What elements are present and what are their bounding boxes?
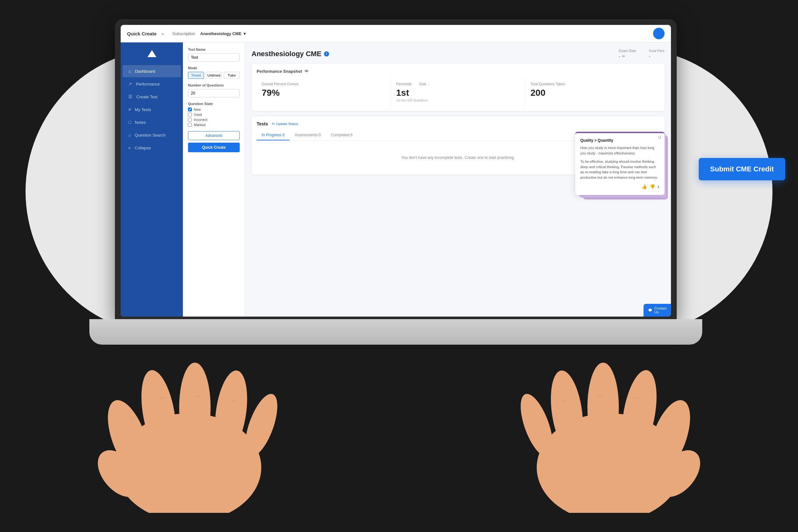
metric-percentile: Percentile Goal - 1st 1st last 100 Quest…: [391, 78, 526, 106]
exam-date-edit-icon[interactable]: ✏: [622, 54, 625, 58]
metric-percent-correct: Overall Percent Correct 79%: [256, 78, 391, 106]
scene: Submit CME Credit Quick Create « Subscri…: [0, 0, 798, 532]
tip-body-2: To be effective, studying should involve…: [580, 159, 660, 180]
sidebar-logo: [121, 46, 183, 62]
question-search-icon: ⌕: [128, 132, 131, 137]
exam-date-field: Exam Date - ✏: [619, 49, 636, 59]
tab-assessments[interactable]: Assessments 0: [289, 130, 326, 140]
info-icon[interactable]: i: [324, 51, 329, 56]
snapshot-title-text: Performance Snapshot: [256, 69, 302, 74]
dashboard-header: Anesthesiology CME i Exam Date - ✏: [251, 49, 665, 59]
snapshot-metrics: Overall Percent Correct 79% Percentile G…: [256, 78, 660, 106]
state-incorrect-checkbox[interactable]: [188, 118, 192, 121]
topbar-subscription-select[interactable]: Anesthesiology CME ▾: [200, 31, 245, 36]
mode-untimed-btn[interactable]: Untimed: [206, 72, 222, 79]
metric-percentile-label-text: Percentile: [396, 82, 412, 86]
exam-date-value: -: [619, 54, 620, 59]
create-test-icon: ☰: [128, 94, 132, 99]
tip-body-1: How you study is more important than how…: [580, 145, 660, 156]
topbar-subscription-label: Subscription: [172, 31, 195, 36]
sidebar-item-notes[interactable]: □ Notes: [122, 116, 181, 128]
sidebar-item-my-tests[interactable]: ≡ My Tests: [122, 103, 181, 116]
sidebar: ⌂ Dashboard ↗ Performance ☰ Create Test: [121, 42, 183, 317]
state-new-checkbox[interactable]: [188, 108, 192, 111]
state-incorrect-item[interactable]: Incorrect: [188, 118, 240, 121]
tip-next-icon[interactable]: ›: [658, 183, 660, 190]
sidebar-item-question-search-label: Question Search: [135, 133, 166, 137]
dashboard-title: Anesthesiology CME i: [251, 50, 329, 58]
snapshot-title: Performance Snapshot 👁: [256, 69, 660, 74]
exam-date-label: Exam Date: [619, 49, 636, 53]
update-status-button[interactable]: ↻ Update Status: [272, 122, 299, 126]
metric-percentile-value: 1st: [396, 88, 520, 98]
tests-title: Tests: [256, 121, 268, 126]
laptop: Quick Create « Subscription Anesthesiolo…: [89, 19, 709, 434]
hide-eye-icon[interactable]: 👁: [305, 69, 309, 74]
tests-header: Tests ↻ Update Status: [256, 121, 660, 126]
dropdown-icon: ▾: [244, 31, 246, 36]
thumbs-up-icon[interactable]: 👍: [642, 184, 647, 189]
performance-snapshot-card: Performance Snapshot 👁 Overall Percent C…: [251, 64, 665, 111]
advanced-button[interactable]: Advanced: [188, 131, 240, 140]
state-marked-item[interactable]: Marked: [188, 123, 240, 127]
laptop-screen-outer: Quick Create « Subscription Anesthesiolo…: [115, 19, 677, 322]
question-state-label: Question State: [188, 102, 240, 106]
svg-point-6: [89, 442, 150, 505]
topbar-collapse-icon[interactable]: «: [162, 31, 164, 36]
metric-goal-value: -: [428, 82, 429, 86]
state-used-item[interactable]: Used: [188, 113, 240, 116]
num-questions-input[interactable]: [188, 89, 240, 97]
refresh-icon: ↻: [272, 122, 275, 126]
app-ui: Quick Create « Subscription Anesthesiolo…: [121, 25, 671, 317]
metric-total-label: Total Questions Taken: [531, 82, 654, 86]
metric-total-value: 200: [531, 88, 654, 98]
sidebar-item-create-test[interactable]: ☰ Create Test: [122, 91, 181, 103]
tab-completed[interactable]: Completed 6: [326, 130, 358, 140]
sidebar-item-dashboard-label: Dashboard: [135, 69, 155, 74]
notes-icon: □: [128, 120, 131, 125]
tip-number: 11: [658, 136, 661, 139]
state-used-checkbox[interactable]: [188, 113, 192, 116]
metric-total-questions: Total Questions Taken 200: [526, 78, 660, 106]
contact-us-label: Contact Us: [654, 306, 666, 314]
quick-create-button[interactable]: Quick Create: [188, 142, 240, 152]
num-questions-label: Number of Questions: [188, 83, 240, 87]
contact-us-icon: 💬: [648, 308, 652, 312]
sidebar-item-collapse-label: Collapse: [135, 146, 151, 150]
sidebar-item-create-test-label: Create Test: [136, 94, 157, 99]
topbar-quick-create-label: Quick Create: [127, 31, 157, 36]
sidebar-item-dashboard[interactable]: ⌂ Dashboard: [122, 65, 181, 77]
metric-percent-label: Overall Percent Correct: [262, 82, 385, 86]
sidebar-item-performance-label: Performance: [136, 82, 159, 87]
user-avatar[interactable]: [653, 28, 665, 39]
tab-in-progress[interactable]: In Progress 0: [256, 130, 289, 140]
state-new-item[interactable]: New: [188, 108, 240, 111]
tip-title: Quality > Quantity: [580, 138, 660, 142]
test-name-label: Test Name: [188, 48, 240, 51]
laptop-screen-inner: Quick Create « Subscription Anesthesiolo…: [121, 25, 671, 317]
laptop-base: [89, 319, 702, 345]
sidebar-item-performance[interactable]: ↗ Performance: [122, 78, 181, 90]
question-state-group: New Used Incorrect: [188, 108, 240, 127]
test-name-input[interactable]: [188, 53, 240, 62]
my-tests-icon: ≡: [128, 107, 131, 112]
goal-percent-label: Goal Perc: [649, 49, 665, 53]
tip-actions: 👍 👎 ›: [580, 183, 660, 190]
mode-timed-btn[interactable]: Timed: [188, 72, 204, 79]
state-marked-checkbox[interactable]: [188, 123, 192, 127]
sidebar-item-notes-label: Notes: [135, 120, 146, 125]
sidebar-item-question-search[interactable]: ⌕ Question Search: [122, 129, 181, 141]
tip-card-main: 11 Quality > Quantity How you study is m…: [575, 132, 665, 195]
sidebar-item-collapse[interactable]: « Collapse: [122, 142, 181, 154]
metric-goal-label: Goal: [419, 82, 426, 86]
subscription-value: Anesthesiology CME: [200, 31, 241, 36]
state-marked-label: Marked: [194, 123, 206, 127]
exam-date-section: Exam Date - ✏ Goal Perc -: [619, 49, 665, 59]
mode-tutor-btn[interactable]: Tutor: [224, 72, 240, 79]
state-new-label: New: [194, 108, 201, 111]
metric-percentile-label: Percentile Goal -: [396, 82, 520, 86]
thumbs-down-icon[interactable]: 👎: [650, 184, 655, 189]
metric-percent-value: 79%: [262, 88, 385, 98]
submit-cme-button[interactable]: Submit CME Credit: [699, 158, 785, 180]
contact-us-inner[interactable]: 💬 Contact Us: [644, 304, 671, 317]
